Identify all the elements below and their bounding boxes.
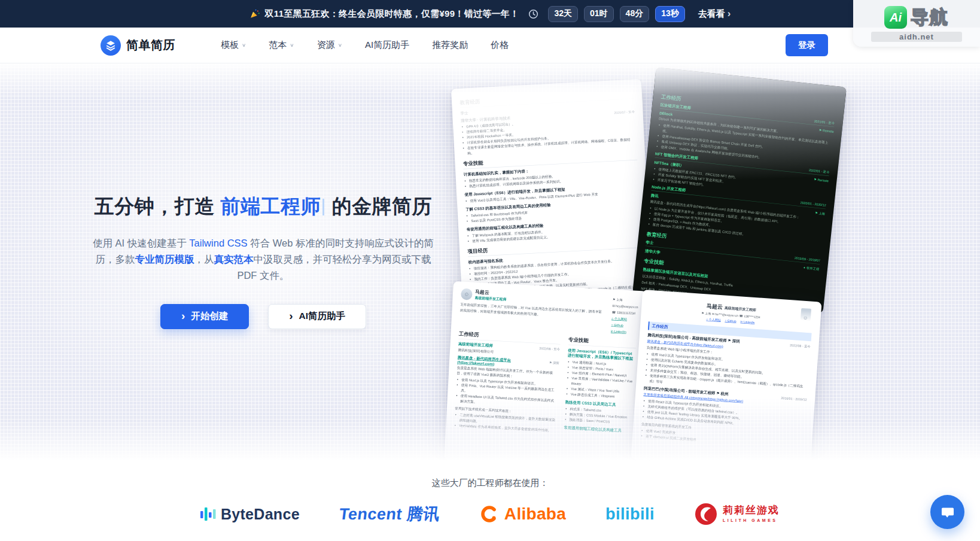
resume-columns: 工作经历高级前端开发工程师2022/08 - 至今腾讯科技(深圳)有限公司腾讯星… bbox=[454, 326, 637, 439]
resume-row-date: ⚑ Remote bbox=[814, 178, 829, 183]
countdown-box: 32天 bbox=[548, 6, 578, 22]
resume-row-date: 2022/08 - 至今 bbox=[790, 344, 811, 349]
nav-item-label: AI简历助手 bbox=[365, 39, 409, 51]
resume-row-date: ⚑ 深圳 bbox=[549, 361, 559, 366]
resume-row-title: 学士 bbox=[646, 240, 654, 246]
resume-bullet-list: 使用 Nuxt.js 以及 Typescript 作为开发框架和语言。使用 Pi… bbox=[455, 377, 558, 409]
resume-bullet-list: 样式库：Tailwind.css解决方案：CSS Module / Vue Em… bbox=[564, 406, 633, 426]
tencent-wordmark: Tencent 腾讯 bbox=[338, 503, 441, 525]
resume-page: ☺马超云高级前端开发工程师五年前端开发经验，三年大厂任职经验，对 Vue 以及周… bbox=[445, 281, 647, 446]
bytedance-wordmark: ByteDance bbox=[221, 506, 300, 523]
lilith-logo: 莉莉丝游戏 LILITH GAMES bbox=[694, 502, 780, 526]
resume-row-date: 2016/01 - 2019/12 bbox=[781, 396, 807, 402]
resume-bullet-list: Vue 通用框架：Nuxt.jsVue 状态管理：Pinia / VuexVue… bbox=[565, 359, 635, 400]
resume-columns: 工作经历腾讯科技(深圳)有限公司 - 高级前端开发工程师 ⚑ 深圳2022/08… bbox=[640, 318, 812, 452]
resume-row-title: DBlock bbox=[659, 111, 673, 117]
alibaba-mark-icon bbox=[479, 504, 500, 524]
resume-row-title: Node.js 开发工程师 bbox=[652, 184, 686, 193]
resume-row-date: 2022/08 - 至今 bbox=[539, 347, 560, 352]
resume-row-date: 2021/01 - 至今 bbox=[814, 119, 835, 126]
resume-row-date: 2020/07 - 至今 bbox=[614, 110, 635, 116]
nav-menu-item[interactable]: 价格 bbox=[491, 39, 509, 51]
resume-column: 工作经历高级前端开发工程师2022/08 - 至今腾讯科技(深圳)有限公司腾讯星… bbox=[454, 326, 561, 435]
clock-icon bbox=[528, 9, 538, 19]
resume-page: 马超云高级前端开发工程师⚑ 上海 ✉ he***@easyev.cn ☎ 138… bbox=[632, 290, 822, 459]
lilith-wordmark: 莉莉丝游戏 bbox=[723, 505, 780, 516]
resume-column: 工作经历腾讯科技(深圳)有限公司 - 高级前端开发工程师 ⚑ 深圳2022/08… bbox=[640, 318, 812, 452]
resume-role: 高级前端开发工程师 bbox=[725, 306, 756, 312]
resume-card-campus-light: 教育经历学士清华大学 · 计算机科学与技术2020/07 - 至今GPA 4.0… bbox=[451, 79, 652, 299]
nav-menu-item[interactable]: 范本 ∨ bbox=[269, 39, 294, 51]
nav-item-label: 价格 bbox=[491, 39, 509, 51]
resume-row-title: 清华大学 bbox=[645, 248, 661, 255]
ai-navigator-icon: Ai bbox=[884, 6, 907, 29]
resume-sub: 常用通用前端工程化以及构建工具 bbox=[564, 425, 632, 433]
resume-contact-link[interactable]: in Linkedin bbox=[740, 320, 754, 324]
countdown-box: 13秒 bbox=[655, 6, 685, 22]
promo-cta-label: 去看看 bbox=[698, 8, 725, 20]
resume-contacts: ⚑ 上海✉ hey@easyev.cn☎ 13811112234⌂ 个人网站○ … bbox=[611, 296, 639, 336]
promo-text: 双11至黑五狂欢：终生会员限时特惠，仅需¥99！错过等一年！ bbox=[249, 8, 519, 20]
nav-item-label: 范本 bbox=[269, 39, 287, 51]
tencent-logo: Tencent 腾讯 bbox=[339, 503, 440, 525]
nav-item-label: 资源 bbox=[317, 39, 335, 51]
resume-card-machaoyun-teal: ☺马超云高级前端开发工程师五年前端开发经验，三年大厂任职经验，对 Vue 以及周… bbox=[444, 281, 647, 462]
resume-row-date: 2015/09 - 2019/07 bbox=[795, 256, 821, 263]
resume-collage: 教育经历学士清华大学 · 计算机科学与技术2020/07 - 至今GPA 4.0… bbox=[0, 63, 980, 462]
resume-row-title: 区块链开发工程师 bbox=[660, 102, 691, 111]
hero-section: 五分钟，打造 前端工程师 的金牌简历 使用 AI 快速创建基于 Tailwind… bbox=[0, 63, 980, 462]
resume-card-machaoyun-blue: 马超云高级前端开发工程师⚑ 上海 ✉ he***@easyev.cn ☎ 138… bbox=[631, 290, 821, 462]
chevron-down-icon: ∨ bbox=[242, 42, 246, 48]
bilibili-wordmark: bilibili bbox=[605, 505, 655, 524]
resume-sec: 专业技能 bbox=[568, 336, 637, 348]
navbar: 简单简历 模板 ∨ 范本 ∨ 资源 ∨ AI简历助手 推荐奖励 价格 登录 bbox=[0, 28, 980, 63]
resume-contact-link[interactable]: ○ Github bbox=[725, 319, 736, 323]
resume-name: 马超云 bbox=[707, 303, 723, 310]
resume-column: 专业技能使用 Javascript（ES6）/ Typescript 进行前端开… bbox=[564, 332, 637, 439]
chevron-down-icon: ∨ bbox=[338, 42, 342, 48]
alibaba-logo: Alibaba bbox=[479, 504, 566, 524]
chat-button[interactable] bbox=[930, 495, 964, 529]
resume-row-date: ⚑ 上海 bbox=[815, 211, 826, 217]
login-button[interactable]: 登录 bbox=[786, 34, 828, 56]
resume-columns: 工作经历区块链开发工程师2021/01 - 至今DBlock⚑ RemoteDb… bbox=[637, 89, 836, 313]
resume-role: 高级前端开发工程师 bbox=[474, 296, 506, 302]
nav-menu-item[interactable]: 模板 ∨ bbox=[221, 39, 246, 51]
resume-page: 工作经历区块链开发工程师2021/01 - 至今DBlock⚑ RemoteDb… bbox=[632, 67, 847, 313]
companies-section: 这些大厂的工程师都在使用： ByteDance Tencent 腾讯 Aliba… bbox=[0, 462, 980, 541]
countdown-box: 48分 bbox=[620, 6, 650, 22]
countdown-box: 01时 bbox=[584, 6, 614, 22]
aidh-watermark: Ai 导航 aidh.net bbox=[853, 0, 980, 47]
nav-right: 登录 bbox=[786, 34, 828, 56]
layers-logo-icon bbox=[101, 35, 121, 56]
nav-menu: 模板 ∨ 范本 ∨ 资源 ∨ AI简历助手 推荐奖励 价格 bbox=[221, 39, 509, 51]
resume-contact-link[interactable]: ⌂ 个人网站 bbox=[706, 318, 721, 322]
resume-card-blockchain-dark: 工作经历区块链开发工程师2021/01 - 至今DBlock⚑ RemoteDb… bbox=[632, 67, 847, 313]
promo-banner: 双11至黑五狂欢：终生会员限时特惠，仅需¥99！错过等一年！ 32天01时48分… bbox=[0, 0, 980, 28]
bilibili-logo: bilibili bbox=[605, 505, 655, 524]
lilith-goat-icon bbox=[694, 502, 718, 526]
nav-menu-item[interactable]: AI简历助手 bbox=[365, 39, 409, 51]
brand-logo[interactable]: 简单简历 bbox=[101, 35, 175, 56]
promo-cta-link[interactable]: 去看看 › bbox=[698, 8, 731, 20]
resume-page: 教育经历学士清华大学 · 计算机科学与技术2020/07 - 至今GPA 4.0… bbox=[451, 79, 652, 299]
alibaba-wordmark: Alibaba bbox=[504, 504, 566, 524]
resume-columns: 教育经历学士清华大学 · 计算机科学与技术2020/07 - 至今GPA 4.0… bbox=[459, 86, 644, 299]
countdown: 32天01时48分13秒 bbox=[548, 6, 684, 22]
nav-item-label: 模板 bbox=[221, 39, 239, 51]
resume-column: 工作经历区块链开发工程师2021/01 - 至今DBlock⚑ RemoteDb… bbox=[637, 89, 836, 313]
resume-row-date: 2022/01 - 至今 bbox=[809, 168, 830, 175]
nav-menu-item[interactable]: 资源 ∨ bbox=[317, 39, 342, 51]
aidh-logo-row: Ai 导航 bbox=[884, 5, 949, 30]
bytedance-logo: ByteDance bbox=[200, 506, 300, 523]
nav-item-label: 推荐奖励 bbox=[432, 39, 468, 51]
party-popper-icon bbox=[249, 8, 260, 19]
chevron-down-icon: ∨ bbox=[290, 42, 294, 48]
resume-name-block: 马超云高级前端开发工程师 bbox=[474, 289, 507, 302]
nav-menu-item[interactable]: 推荐奖励 bbox=[432, 39, 468, 51]
resume-row-title: 腾讯 bbox=[650, 193, 659, 199]
chevron-right-icon: › bbox=[728, 8, 731, 20]
avatar: ☺ bbox=[801, 308, 811, 321]
companies-tagline: 这些大厂的工程师都在使用： bbox=[0, 462, 980, 489]
promo-message: 双11至黑五狂欢：终生会员限时特惠，仅需¥99！错过等一年！ bbox=[265, 8, 519, 20]
